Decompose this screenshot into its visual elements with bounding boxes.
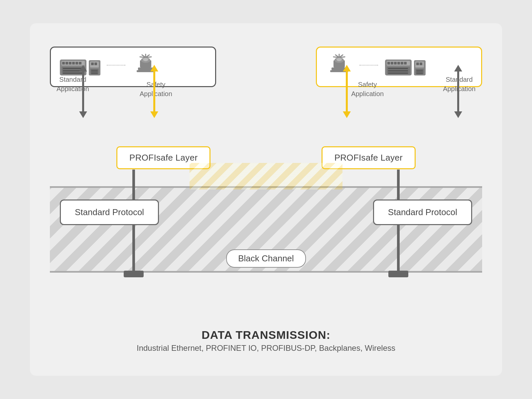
svg-rect-54 [416, 63, 419, 65]
data-transmission-subtitle: Industrial Ethernet, PROFINET IO, PROFIB… [137, 343, 395, 353]
arrow-std-right [454, 65, 462, 118]
safety-app-label-right: Safety Application [351, 80, 384, 98]
vline-upper-left [132, 170, 135, 188]
svg-rect-3 [66, 62, 68, 65]
svg-rect-55 [420, 63, 422, 65]
arrow-std-left [79, 65, 87, 118]
bottom-text-section: DATA TRANSMISSION: Industrial Ethernet, … [137, 329, 395, 353]
svg-rect-14 [91, 63, 94, 65]
data-transmission-title: DATA TRANSMISSION: [137, 329, 395, 341]
controller-icon-right [383, 54, 427, 80]
svg-rect-57 [416, 70, 423, 71]
arrow-safety-right [343, 65, 351, 118]
hbase-left [124, 271, 144, 277]
main-card: Standard Application Standard Applicatio… [30, 23, 502, 376]
svg-rect-17 [91, 70, 98, 71]
vline-right [397, 186, 400, 273]
dotted-connector-left [107, 65, 125, 66]
svg-line-34 [333, 57, 339, 58]
svg-rect-19 [91, 73, 98, 74]
svg-line-24 [140, 57, 146, 58]
svg-point-29 [143, 58, 148, 61]
svg-rect-45 [397, 62, 400, 65]
protocol-box-right: Standard Protocol [373, 200, 472, 225]
svg-rect-7 [79, 62, 81, 65]
svg-rect-2 [62, 62, 65, 65]
svg-rect-46 [401, 62, 403, 65]
svg-rect-42 [387, 62, 390, 65]
black-channel-label: Black Channel [226, 249, 306, 268]
svg-rect-49 [388, 68, 408, 69]
svg-rect-15 [94, 63, 97, 65]
svg-rect-47 [404, 62, 407, 65]
vline-upper-right [397, 170, 400, 188]
svg-point-39 [336, 58, 342, 61]
svg-rect-18 [91, 71, 98, 72]
svg-line-33 [339, 57, 345, 58]
svg-rect-6 [75, 62, 78, 65]
hbase-right [388, 271, 408, 277]
svg-line-23 [146, 57, 151, 58]
arrow-safety-left [150, 65, 158, 118]
svg-rect-43 [391, 62, 393, 65]
vline-left [132, 186, 135, 273]
yellow-stripe-overlay [190, 163, 342, 190]
dotted-connector-right [359, 65, 378, 66]
svg-rect-5 [72, 62, 75, 65]
svg-rect-44 [394, 62, 397, 65]
svg-rect-59 [416, 73, 423, 74]
svg-rect-51 [388, 72, 408, 74]
diagram-wrapper: Standard Application Standard Applicatio… [50, 47, 482, 319]
svg-rect-50 [388, 70, 408, 71]
svg-rect-4 [69, 62, 71, 65]
svg-rect-58 [416, 71, 423, 72]
protocol-box-left: Standard Protocol [60, 200, 159, 225]
